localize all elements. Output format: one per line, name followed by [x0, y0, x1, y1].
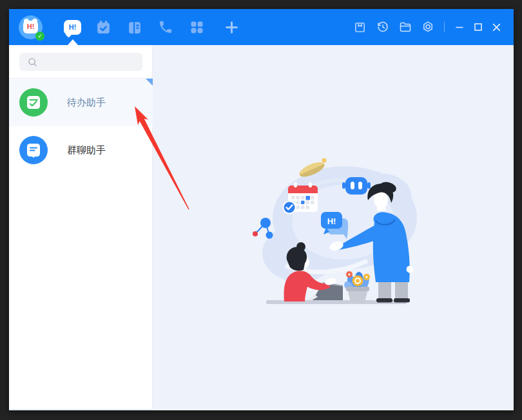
main-nav: H! — [64, 19, 240, 36]
hi-logo-icon: H! — [23, 21, 38, 33]
close-button[interactable] — [490, 20, 504, 34]
tab-schedule[interactable] — [95, 19, 112, 36]
todo-checklist-icon — [19, 88, 48, 117]
minimize-button[interactable] — [452, 20, 467, 34]
list-item-group-chat-assistant[interactable]: 群聊助手 — [9, 126, 153, 174]
tab-calls[interactable] — [157, 19, 174, 36]
news-feed-icon — [126, 19, 142, 35]
apps-grid-icon — [189, 19, 204, 35]
history-button[interactable] — [376, 20, 390, 34]
titlebar: H! ✓ H! — [9, 9, 514, 45]
settings-hexagon-icon — [421, 21, 434, 33]
chat-list: 待办助手 群聊助手 — [9, 78, 153, 174]
chat-hi-icon-text: H! — [69, 24, 77, 31]
window-content: 待办助手 群聊助手 — [9, 45, 514, 410]
plus-icon — [224, 19, 240, 35]
tab-apps[interactable] — [188, 19, 205, 36]
maximize-button[interactable] — [471, 20, 485, 34]
list-item-label: 待办助手 — [67, 97, 106, 109]
settings-button[interactable] — [421, 20, 435, 34]
titlebar-actions — [349, 20, 506, 34]
sidebar: 待办助手 群聊助手 — [9, 45, 153, 410]
history-clock-icon — [376, 21, 389, 33]
calendar-check-icon — [95, 19, 111, 35]
minimize-icon — [454, 22, 465, 32]
empty-state-illustration: H! — [248, 150, 429, 311]
main-panel: H! — [153, 45, 514, 410]
close-icon — [491, 22, 502, 33]
titlebar-divider — [444, 22, 445, 32]
selected-corner-marker — [146, 79, 153, 86]
list-item-todo-assistant[interactable]: 待办助手 — [9, 79, 153, 126]
search-input[interactable] — [19, 53, 142, 71]
favorites-box-icon — [354, 21, 366, 33]
avatar-logo-text: H! — [27, 23, 35, 30]
chat-hi-icon: H! — [64, 20, 81, 35]
phone-icon — [158, 19, 173, 35]
files-button[interactable] — [398, 20, 412, 34]
online-status-badge: ✓ — [35, 32, 44, 41]
active-tab-pointer — [68, 39, 78, 45]
speech-bubble-text: H! — [327, 216, 336, 226]
user-avatar[interactable]: H! ✓ — [19, 15, 43, 39]
folder-icon — [399, 21, 412, 33]
search-box — [19, 53, 142, 71]
plant-pot — [342, 271, 371, 303]
search-icon — [28, 57, 37, 67]
tab-chat[interactable]: H! — [64, 19, 81, 36]
molecule-icon — [253, 218, 273, 239]
robot-icon — [342, 177, 371, 195]
tab-news[interactable] — [126, 19, 143, 36]
app-window: H! ✓ H! — [9, 9, 514, 410]
add-button[interactable] — [223, 19, 240, 36]
favorites-button[interactable] — [353, 20, 367, 34]
maximize-icon — [473, 22, 483, 32]
list-item-label: 群聊助手 — [67, 144, 106, 157]
group-chat-icon — [19, 136, 48, 164]
